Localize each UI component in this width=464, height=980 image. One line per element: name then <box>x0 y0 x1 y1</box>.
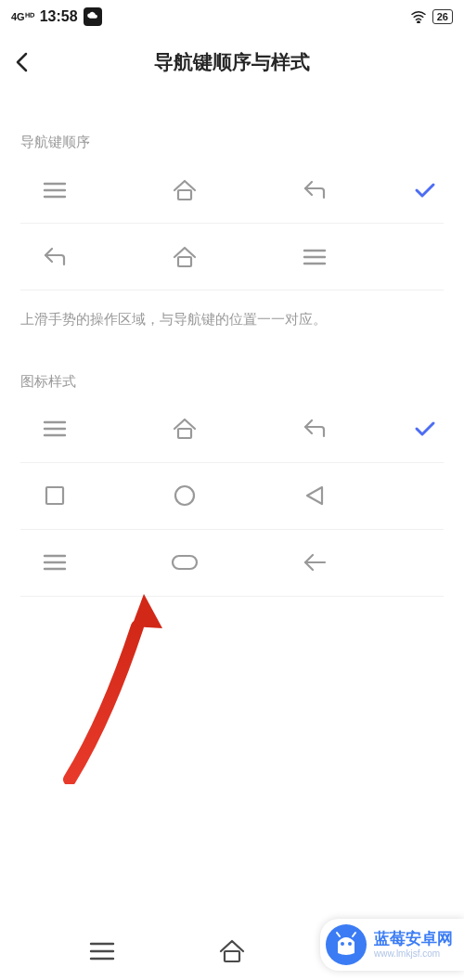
clock: 13:58 <box>40 8 78 25</box>
svg-rect-13 <box>46 487 63 504</box>
home-icon <box>171 243 199 271</box>
svg-rect-19 <box>173 556 197 569</box>
home-icon <box>171 415 199 443</box>
check-slot <box>406 181 444 200</box>
watermark-text: 蓝莓安卓网 www.lmkjsf.com <box>374 931 453 959</box>
svg-point-14 <box>175 486 194 505</box>
nav-order-option-2[interactable] <box>20 224 444 290</box>
section-label-order: 导航键顺序 <box>20 134 444 151</box>
status-bar: 4Gᴴᴰ 13:58 26 <box>0 0 464 33</box>
nav-order-preview <box>20 243 406 271</box>
icon-style-option-2[interactable] <box>20 463 444 530</box>
menu-icon <box>41 415 69 443</box>
svg-marker-21 <box>132 594 162 628</box>
watermark-url: www.lmkjsf.com <box>374 948 453 959</box>
watermark-title: 蓝莓安卓网 <box>374 931 453 948</box>
signal-indicator: 4Gᴴᴰ <box>11 12 34 22</box>
settings-content: 导航键顺序 上滑手势的操作区域，与导航键的位置一一对应。 图标样式 <box>0 134 464 597</box>
home-icon <box>171 176 199 204</box>
icon-style-preview <box>20 415 406 443</box>
watermark: 蓝莓安卓网 www.lmkjsf.com <box>320 919 464 971</box>
svg-line-29 <box>353 933 355 936</box>
square-icon <box>41 482 69 509</box>
svg-point-0 <box>418 21 419 23</box>
back-icon <box>301 415 329 443</box>
wifi-icon <box>410 10 427 23</box>
menu-icon <box>41 176 69 204</box>
checkmark-icon <box>414 181 436 200</box>
svg-rect-4 <box>178 190 191 200</box>
system-menu-button[interactable] <box>87 936 117 966</box>
menu-icon <box>41 548 69 576</box>
nav-order-preview <box>20 176 406 204</box>
icon-style-preview <box>20 548 406 576</box>
back-button[interactable] <box>15 49 41 75</box>
svg-line-28 <box>337 933 340 936</box>
icon-style-preview <box>20 482 406 509</box>
icon-style-option-3[interactable] <box>20 530 444 597</box>
icon-style-option-1[interactable] <box>20 396 444 463</box>
status-left: 4Gᴴᴰ 13:58 <box>11 7 102 26</box>
menu-icon <box>301 243 329 271</box>
svg-point-27 <box>348 942 352 946</box>
svg-rect-25 <box>225 951 239 961</box>
nav-order-option-1[interactable] <box>20 157 444 224</box>
svg-point-26 <box>341 942 344 946</box>
gesture-note: 上滑手势的操作区域，与导航键的位置一一对应。 <box>20 309 444 330</box>
battery-indicator: 26 <box>432 9 453 24</box>
back-icon <box>301 176 329 204</box>
svg-rect-12 <box>178 429 191 438</box>
back-icon <box>41 243 69 271</box>
annotation-arrow <box>56 589 176 784</box>
app-header: 导航键顺序与样式 <box>0 33 464 91</box>
pill-icon <box>171 548 199 576</box>
notification-icon <box>84 7 102 26</box>
svg-rect-5 <box>178 257 191 266</box>
chevron-left-icon <box>15 52 28 72</box>
circle-icon <box>171 482 199 509</box>
checkmark-icon <box>414 419 436 438</box>
status-right: 26 <box>410 9 453 24</box>
section-label-style: 图标样式 <box>20 373 444 391</box>
check-slot <box>406 419 444 438</box>
svg-marker-15 <box>307 487 322 504</box>
system-home-button[interactable] <box>217 936 247 966</box>
triangle-left-icon <box>301 482 329 509</box>
watermark-logo <box>326 924 367 965</box>
arrow-left-icon <box>301 548 329 576</box>
page-title: 导航键顺序与样式 <box>154 49 310 75</box>
